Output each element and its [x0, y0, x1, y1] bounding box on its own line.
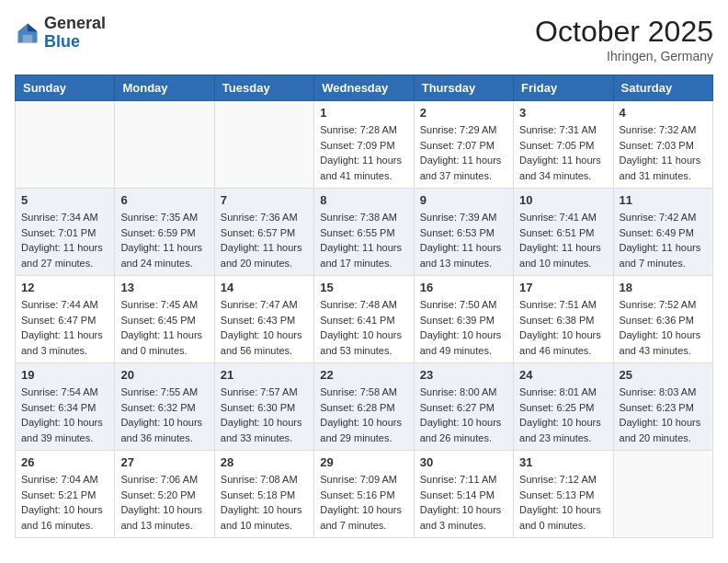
calendar-week-3: 12Sunrise: 7:44 AM Sunset: 6:47 PM Dayli… — [16, 276, 713, 363]
day-info: Sunrise: 7:48 AM Sunset: 6:41 PM Dayligh… — [320, 297, 407, 358]
col-header-thursday: Thursday — [414, 75, 513, 101]
calendar-cell: 15Sunrise: 7:48 AM Sunset: 6:41 PM Dayli… — [314, 276, 414, 363]
day-info: Sunrise: 8:03 AM Sunset: 6:23 PM Dayligh… — [620, 385, 707, 445]
day-info: Sunrise: 8:01 AM Sunset: 6:25 PM Dayligh… — [519, 385, 607, 445]
day-info: Sunrise: 7:38 AM Sunset: 6:55 PM Dayligh… — [320, 210, 407, 270]
day-number: 31 — [519, 455, 607, 469]
col-header-sunday: Sunday — [16, 75, 115, 101]
calendar-cell: 24Sunrise: 8:01 AM Sunset: 6:25 PM Dayli… — [514, 363, 613, 451]
calendar-cell: 23Sunrise: 8:00 AM Sunset: 6:27 PM Dayli… — [414, 363, 513, 451]
day-number: 3 — [519, 106, 607, 120]
day-info: Sunrise: 7:42 AM Sunset: 6:49 PM Dayligh… — [620, 210, 707, 270]
day-number: 12 — [21, 281, 108, 294]
calendar-table: SundayMondayTuesdayWednesdayThursdayFrid… — [15, 75, 713, 538]
day-info: Sunrise: 7:41 AM Sunset: 6:51 PM Dayligh… — [519, 210, 607, 270]
day-number: 11 — [620, 193, 707, 207]
logo-general: General — [44, 15, 106, 33]
calendar-cell: 6Sunrise: 7:35 AM Sunset: 6:59 PM Daylig… — [115, 189, 214, 276]
calendar-cell: 4Sunrise: 7:32 AM Sunset: 7:03 PM Daylig… — [613, 101, 712, 189]
calendar-cell: 11Sunrise: 7:42 AM Sunset: 6:49 PM Dayli… — [613, 189, 712, 276]
logo: General Blue — [15, 15, 106, 52]
col-header-saturday: Saturday — [613, 75, 712, 101]
calendar-cell: 20Sunrise: 7:55 AM Sunset: 6:32 PM Dayli… — [115, 363, 214, 451]
calendar-cell: 21Sunrise: 7:57 AM Sunset: 6:30 PM Dayli… — [214, 363, 313, 451]
calendar-cell — [613, 451, 712, 538]
day-number: 16 — [420, 281, 507, 294]
day-info: Sunrise: 7:32 AM Sunset: 7:03 PM Dayligh… — [620, 122, 707, 183]
day-info: Sunrise: 7:12 AM Sunset: 5:13 PM Dayligh… — [519, 472, 607, 533]
calendar-cell — [115, 101, 214, 189]
day-info: Sunrise: 7:31 AM Sunset: 7:05 PM Dayligh… — [519, 122, 607, 183]
day-info: Sunrise: 7:57 AM Sunset: 6:30 PM Dayligh… — [221, 385, 308, 445]
day-number: 28 — [221, 455, 308, 469]
day-info: Sunrise: 7:06 AM Sunset: 5:20 PM Dayligh… — [120, 472, 208, 533]
day-info: Sunrise: 7:08 AM Sunset: 5:18 PM Dayligh… — [221, 472, 308, 533]
calendar-cell: 7Sunrise: 7:36 AM Sunset: 6:57 PM Daylig… — [214, 189, 313, 276]
svg-rect-2 — [23, 35, 33, 43]
day-info: Sunrise: 7:36 AM Sunset: 6:57 PM Dayligh… — [221, 210, 308, 270]
calendar-cell: 13Sunrise: 7:45 AM Sunset: 6:45 PM Dayli… — [115, 276, 214, 363]
calendar-cell: 14Sunrise: 7:47 AM Sunset: 6:43 PM Dayli… — [214, 276, 313, 363]
page-header: General Blue October 2025 Ihringen, Germ… — [15, 15, 713, 63]
day-info: Sunrise: 7:54 AM Sunset: 6:34 PM Dayligh… — [21, 385, 108, 445]
day-number: 2 — [420, 106, 507, 120]
day-info: Sunrise: 7:09 AM Sunset: 5:16 PM Dayligh… — [320, 472, 407, 533]
calendar-week-2: 5Sunrise: 7:34 AM Sunset: 7:01 PM Daylig… — [16, 189, 713, 276]
calendar-cell: 2Sunrise: 7:29 AM Sunset: 7:07 PM Daylig… — [414, 101, 513, 189]
title-block: October 2025 Ihringen, Germany — [535, 15, 713, 63]
day-number: 26 — [21, 455, 108, 469]
calendar-cell: 31Sunrise: 7:12 AM Sunset: 5:13 PM Dayli… — [514, 451, 613, 538]
calendar-cell: 5Sunrise: 7:34 AM Sunset: 7:01 PM Daylig… — [16, 189, 115, 276]
calendar-week-4: 19Sunrise: 7:54 AM Sunset: 6:34 PM Dayli… — [16, 363, 713, 451]
day-info: Sunrise: 7:11 AM Sunset: 5:14 PM Dayligh… — [420, 472, 507, 533]
calendar-cell: 10Sunrise: 7:41 AM Sunset: 6:51 PM Dayli… — [514, 189, 613, 276]
day-number: 18 — [620, 281, 707, 294]
calendar-cell: 29Sunrise: 7:09 AM Sunset: 5:16 PM Dayli… — [314, 451, 414, 538]
calendar-week-5: 26Sunrise: 7:04 AM Sunset: 5:21 PM Dayli… — [16, 451, 713, 538]
calendar-cell — [214, 101, 313, 189]
calendar-cell: 9Sunrise: 7:39 AM Sunset: 6:53 PM Daylig… — [414, 189, 513, 276]
day-number: 14 — [221, 281, 308, 294]
calendar-cell: 19Sunrise: 7:54 AM Sunset: 6:34 PM Dayli… — [16, 363, 115, 451]
day-info: Sunrise: 7:29 AM Sunset: 7:07 PM Dayligh… — [420, 122, 507, 183]
day-number: 29 — [320, 455, 407, 469]
logo-icon — [15, 20, 40, 46]
day-number: 19 — [21, 368, 108, 382]
calendar-cell: 3Sunrise: 7:31 AM Sunset: 7:05 PM Daylig… — [514, 101, 613, 189]
logo-blue: Blue — [44, 33, 106, 52]
location: Ihringen, Germany — [535, 49, 713, 63]
day-number: 22 — [320, 368, 407, 382]
day-info: Sunrise: 7:04 AM Sunset: 5:21 PM Dayligh… — [21, 472, 108, 533]
calendar-cell: 16Sunrise: 7:50 AM Sunset: 6:39 PM Dayli… — [414, 276, 513, 363]
calendar-cell: 28Sunrise: 7:08 AM Sunset: 5:18 PM Dayli… — [214, 451, 313, 538]
logo-text: General Blue — [44, 15, 106, 52]
day-info: Sunrise: 7:51 AM Sunset: 6:38 PM Dayligh… — [519, 297, 607, 358]
calendar-cell: 8Sunrise: 7:38 AM Sunset: 6:55 PM Daylig… — [314, 189, 414, 276]
day-number: 13 — [120, 281, 208, 294]
day-number: 4 — [620, 106, 707, 120]
day-number: 20 — [120, 368, 208, 382]
month-title: October 2025 — [535, 15, 713, 49]
day-number: 15 — [320, 281, 407, 294]
day-info: Sunrise: 7:39 AM Sunset: 6:53 PM Dayligh… — [420, 210, 507, 270]
day-info: Sunrise: 7:28 AM Sunset: 7:09 PM Dayligh… — [320, 122, 407, 183]
calendar-cell: 18Sunrise: 7:52 AM Sunset: 6:36 PM Dayli… — [613, 276, 712, 363]
day-info: Sunrise: 7:35 AM Sunset: 6:59 PM Dayligh… — [120, 210, 208, 270]
svg-marker-1 — [28, 23, 38, 31]
calendar-cell: 17Sunrise: 7:51 AM Sunset: 6:38 PM Dayli… — [514, 276, 613, 363]
day-info: Sunrise: 7:52 AM Sunset: 6:36 PM Dayligh… — [620, 297, 707, 358]
day-info: Sunrise: 7:34 AM Sunset: 7:01 PM Dayligh… — [21, 210, 108, 270]
day-info: Sunrise: 7:50 AM Sunset: 6:39 PM Dayligh… — [420, 297, 507, 358]
calendar-cell: 30Sunrise: 7:11 AM Sunset: 5:14 PM Dayli… — [414, 451, 513, 538]
day-number: 30 — [420, 455, 507, 469]
day-number: 17 — [519, 281, 607, 294]
calendar-header-row: SundayMondayTuesdayWednesdayThursdayFrid… — [16, 75, 713, 101]
calendar-cell: 12Sunrise: 7:44 AM Sunset: 6:47 PM Dayli… — [16, 276, 115, 363]
calendar-cell: 26Sunrise: 7:04 AM Sunset: 5:21 PM Dayli… — [16, 451, 115, 538]
col-header-wednesday: Wednesday — [314, 75, 414, 101]
col-header-monday: Monday — [115, 75, 214, 101]
day-number: 1 — [320, 106, 407, 120]
day-info: Sunrise: 7:45 AM Sunset: 6:45 PM Dayligh… — [120, 297, 208, 358]
calendar-cell: 22Sunrise: 7:58 AM Sunset: 6:28 PM Dayli… — [314, 363, 414, 451]
calendar-week-1: 1Sunrise: 7:28 AM Sunset: 7:09 PM Daylig… — [16, 101, 713, 189]
